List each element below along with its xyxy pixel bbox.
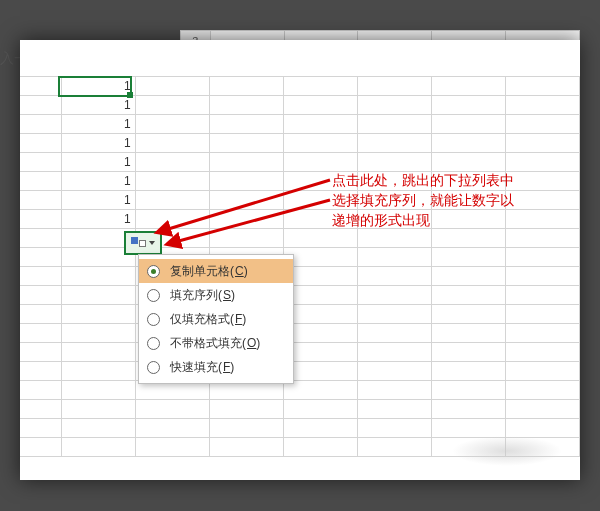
cell[interactable] [135,210,209,229]
cell[interactable]: 1 [61,115,135,134]
cell[interactable] [357,134,431,153]
cell[interactable] [20,210,61,229]
cell[interactable] [61,438,135,457]
cell[interactable] [505,381,579,400]
cell[interactable] [283,267,357,286]
cell[interactable] [209,153,283,172]
cell[interactable] [357,362,431,381]
cell[interactable]: 1 [61,134,135,153]
cell[interactable] [357,77,431,96]
autofill-menu-item[interactable]: 仅填充格式(F) [139,307,293,331]
cell[interactable] [431,400,505,419]
cell[interactable] [61,381,135,400]
cell[interactable] [357,305,431,324]
cell[interactable] [431,248,505,267]
cell[interactable] [209,115,283,134]
cell[interactable] [135,191,209,210]
cell[interactable] [283,324,357,343]
cell[interactable] [283,229,357,248]
cell[interactable] [357,438,431,457]
cell[interactable] [135,153,209,172]
cell[interactable] [505,286,579,305]
cell[interactable] [357,96,431,115]
cell[interactable] [357,286,431,305]
autofill-menu-item[interactable]: 快速填充(F) [139,355,293,379]
cell[interactable] [20,77,61,96]
cell[interactable] [357,381,431,400]
cell[interactable] [431,305,505,324]
cell[interactable] [283,134,357,153]
cell[interactable] [505,96,579,115]
cell[interactable] [209,96,283,115]
cell[interactable] [431,153,505,172]
cell[interactable] [431,324,505,343]
cell[interactable] [283,305,357,324]
cell[interactable] [20,229,61,248]
cell[interactable] [209,191,283,210]
cell[interactable] [431,115,505,134]
cell[interactable] [505,267,579,286]
cell[interactable] [283,343,357,362]
cell[interactable] [61,324,135,343]
cell[interactable] [431,77,505,96]
cell[interactable] [61,286,135,305]
cell[interactable] [505,305,579,324]
autofill-menu-item[interactable]: 不带格式填充(O) [139,331,293,355]
cell[interactable] [431,343,505,362]
cell[interactable] [431,419,505,438]
cell[interactable] [431,229,505,248]
cell[interactable] [505,134,579,153]
autofill-options-button[interactable]: + [124,231,162,255]
cell[interactable] [209,400,283,419]
cell[interactable] [505,248,579,267]
cell[interactable] [283,381,357,400]
cell[interactable] [357,153,431,172]
cell[interactable] [20,286,61,305]
cell[interactable] [61,343,135,362]
cell[interactable] [20,381,61,400]
cell[interactable] [283,96,357,115]
cell[interactable] [505,229,579,248]
cell[interactable] [20,324,61,343]
cell[interactable] [357,324,431,343]
cell[interactable] [209,438,283,457]
cell[interactable] [283,400,357,419]
cell[interactable] [20,362,61,381]
cell[interactable] [209,172,283,191]
cell[interactable] [20,115,61,134]
cell[interactable] [20,267,61,286]
cell[interactable] [283,419,357,438]
cell[interactable] [61,419,135,438]
cell[interactable] [505,400,579,419]
cell[interactable] [20,343,61,362]
cell[interactable] [505,115,579,134]
cell[interactable]: 1 [61,96,135,115]
cell[interactable] [20,191,61,210]
cell[interactable] [209,77,283,96]
cell[interactable] [209,419,283,438]
cell[interactable] [135,400,209,419]
cell[interactable] [135,134,209,153]
cell[interactable] [283,286,357,305]
cell[interactable] [505,362,579,381]
cell[interactable] [20,172,61,191]
cell[interactable] [505,153,579,172]
cell[interactable] [505,419,579,438]
cell[interactable] [505,438,579,457]
cell[interactable] [61,305,135,324]
cell[interactable] [20,96,61,115]
cell[interactable] [20,438,61,457]
cell[interactable] [431,438,505,457]
cell[interactable] [61,400,135,419]
autofill-menu-item[interactable]: 填充序列(S) [139,283,293,307]
cell[interactable] [283,362,357,381]
cell[interactable] [505,324,579,343]
cell[interactable] [20,134,61,153]
cell[interactable] [135,115,209,134]
cell[interactable] [431,286,505,305]
cell[interactable] [20,248,61,267]
cell[interactable] [357,419,431,438]
cell[interactable] [357,115,431,134]
cell[interactable] [135,96,209,115]
spreadsheet-grid[interactable]: 11111111 [20,76,580,480]
